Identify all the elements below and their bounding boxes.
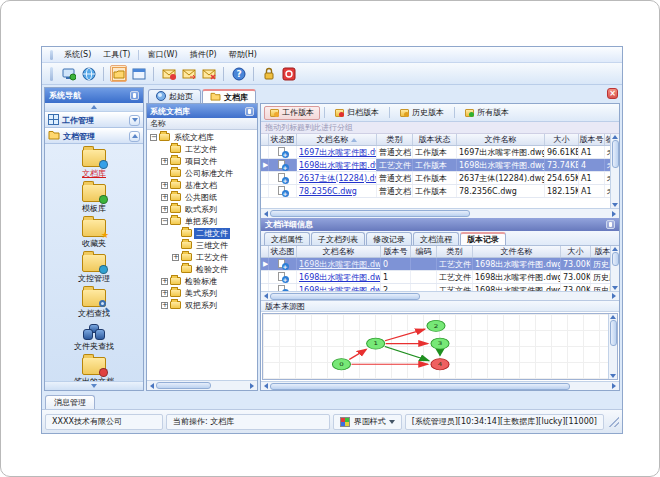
chevron-up-icon[interactable] xyxy=(129,131,140,142)
column-header-版本号[interactable]: 版本号 xyxy=(381,246,411,257)
version-node-3[interactable]: 3 xyxy=(431,338,449,349)
menu-item-0[interactable]: 系统(S) xyxy=(58,48,97,61)
versions-table-vscrollbar[interactable] xyxy=(610,134,619,208)
expand-icon[interactable]: + xyxy=(161,206,168,213)
expand-icon[interactable]: + xyxy=(161,194,168,201)
tab-文档属性[interactable]: 文档属性 xyxy=(264,232,310,245)
pin-icon[interactable] xyxy=(606,220,615,229)
graph-hscrollbar[interactable] xyxy=(261,381,619,390)
expand-icon[interactable]: + xyxy=(161,182,168,189)
sidebar-item-模板库[interactable]: 模板库 xyxy=(49,182,139,216)
column-header-文档名称[interactable]: 文档名称 xyxy=(297,246,381,257)
tree-node-二维文件[interactable]: 二维文件 xyxy=(147,227,257,239)
pin-icon[interactable] xyxy=(245,107,254,116)
tree-node-系统文档库[interactable]: −系统文档库 xyxy=(147,131,257,143)
resize-grip[interactable] xyxy=(609,417,619,427)
column-header-类别[interactable]: 类别 xyxy=(437,246,473,257)
button-归档版本[interactable]: 归档版本 xyxy=(329,106,385,120)
lock-button[interactable] xyxy=(260,65,277,82)
power-button[interactable] xyxy=(280,65,297,82)
chevron-down-icon[interactable] xyxy=(129,115,140,126)
expand-icon[interactable]: + xyxy=(172,254,179,261)
group-by-bar[interactable]: 拖动列标题到此进行分组 xyxy=(261,122,619,134)
records-table-hscrollbar[interactable] xyxy=(261,291,619,300)
column-header-文档名称[interactable]: 文档名称 xyxy=(297,134,377,145)
sidebar-item-签出的文档[interactable]: 签出的文档 xyxy=(49,355,139,381)
version-node-0[interactable]: 0 xyxy=(332,359,350,370)
scrollbar-thumb[interactable] xyxy=(270,293,420,300)
monitor-button[interactable] xyxy=(60,65,77,82)
tab-起始页[interactable]: 起始页 xyxy=(148,89,201,103)
table-row[interactable]: ▶+1698出水嘴零件图.dwg工艺文件工作版本1698出水嘴零件图.dwg73… xyxy=(261,159,619,172)
collapse-icon[interactable]: − xyxy=(150,134,157,141)
column-header-大小[interactable]: 大小 xyxy=(545,134,579,145)
sidebar-item-文档库[interactable]: 文档库 xyxy=(49,147,139,181)
tab-message-management[interactable]: 消息管理 xyxy=(45,395,95,409)
mail-forward-button[interactable] xyxy=(180,65,197,82)
column-header-文件名称[interactable]: 文件名称 xyxy=(457,134,545,145)
scroll-left-icon[interactable] xyxy=(262,210,270,218)
tab-版本记录[interactable]: 版本记录 xyxy=(460,232,506,245)
sidebar-item-收藏夹[interactable]: ★收藏夹 xyxy=(49,217,139,251)
mail-delete-button[interactable] xyxy=(200,65,217,82)
scroll-right-icon[interactable] xyxy=(610,292,618,300)
table-row[interactable]: +1698出水嘴零件图.dwg2工艺文件1698出水嘴零件图.dwg73.00K… xyxy=(261,284,619,291)
tab-文档流程[interactable]: 文档流程 xyxy=(413,232,459,245)
sidebar-item-文档查找[interactable]: 文档查找 xyxy=(49,287,139,321)
menu-item-4[interactable]: 帮助(H) xyxy=(223,48,263,61)
menu-item-1[interactable]: 工具(T) xyxy=(97,48,136,61)
sidebar-item-文控管理[interactable]: 文控管理 xyxy=(49,252,139,286)
tab-文档库[interactable]: 文档库 xyxy=(202,89,256,103)
table-row[interactable]: +2637主体(12284).dwg普通文档工作版本2637主体(12284).… xyxy=(261,172,619,185)
expand-icon[interactable]: + xyxy=(161,302,168,309)
sidebar-scroll-up[interactable] xyxy=(45,103,143,112)
table-row[interactable]: +78.2356C.dwg普通文档工作版本78.2356C.dwg182.15K… xyxy=(261,185,619,198)
globe-button[interactable] xyxy=(80,65,97,82)
column-header-状态图[interactable]: 状态图 xyxy=(269,134,297,145)
column-header-状态图[interactable]: 状态图 xyxy=(269,246,297,257)
expand-icon[interactable]: + xyxy=(161,290,168,297)
document-name-link[interactable]: 1698出水嘴零件图.dwg xyxy=(299,259,381,270)
scroll-right-icon[interactable] xyxy=(610,382,618,390)
version-node-1[interactable]: 1 xyxy=(367,338,385,349)
tree-node-项目文件[interactable]: +项目文件 xyxy=(147,155,257,167)
tree-node-公司标准文件[interactable]: 公司标准文件 xyxy=(147,167,257,179)
scroll-left-icon[interactable] xyxy=(262,292,270,300)
expand-icon[interactable]: + xyxy=(161,278,168,285)
tree-node-工艺文件[interactable]: 工艺文件 xyxy=(147,143,257,155)
document-name-link[interactable]: 1698出水嘴零件图.dwg xyxy=(299,160,377,171)
collapse-icon[interactable]: − xyxy=(161,218,168,225)
sidebar-scroll-down[interactable] xyxy=(45,381,143,390)
button-历史版本[interactable]: 历史版本 xyxy=(394,106,450,120)
graph-vscrollbar[interactable] xyxy=(608,314,617,379)
scroll-right-icon[interactable] xyxy=(248,382,256,390)
tree-node-双把系列[interactable]: +双把系列 xyxy=(147,299,257,311)
column-header-文件名称[interactable]: 文件名称 xyxy=(473,246,561,257)
button-工作版本[interactable]: 工作版本 xyxy=(264,106,320,120)
column-header-版本号[interactable]: 版本号 xyxy=(579,134,605,145)
column-header-类别[interactable]: 类别 xyxy=(377,134,413,145)
versions-table-hscrollbar[interactable] xyxy=(261,208,619,218)
tree-node-三维文件[interactable]: 三维文件 xyxy=(147,239,257,251)
version-node-2[interactable]: 2 xyxy=(427,320,445,331)
tree-node-单把系列[interactable]: −单把系列 xyxy=(147,215,257,227)
tab-子文档列表[interactable]: 子文档列表 xyxy=(311,232,365,245)
close-document-button[interactable]: × xyxy=(607,88,618,99)
help-button[interactable]: ? xyxy=(230,65,247,82)
document-name-link[interactable]: 1698出水嘴零件图.dwg xyxy=(299,285,381,292)
open-folder-button[interactable] xyxy=(110,65,127,82)
scroll-left-icon[interactable] xyxy=(262,382,270,390)
column-header-大小[interactable]: 大小 xyxy=(561,246,591,257)
version-graph-canvas[interactable]: 01234 xyxy=(263,314,617,379)
tree-node-检验文件[interactable]: 检验文件 xyxy=(147,263,257,275)
table-row[interactable]: ▶+1698出水嘴零件图.dwg0工艺文件1698出水嘴零件图.dwg73.00… xyxy=(261,258,619,271)
version-node-4[interactable]: 4 xyxy=(431,359,449,370)
expand-icon[interactable]: + xyxy=(161,158,168,165)
interface-style-dropdown[interactable]: 界面样式 xyxy=(333,414,402,430)
sidebar-group-1[interactable]: 文档管理 xyxy=(45,128,143,144)
document-name-link[interactable]: 2637主体(12284).dwg xyxy=(299,173,377,184)
tree-column-header[interactable]: 名称 xyxy=(147,118,257,130)
tree-node-基准文档[interactable]: +基准文档 xyxy=(147,179,257,191)
sidebar-item-文件夹查找[interactable]: 文件夹查找 xyxy=(49,322,139,354)
tree-node-欧式系列[interactable]: +欧式系列 xyxy=(147,203,257,215)
